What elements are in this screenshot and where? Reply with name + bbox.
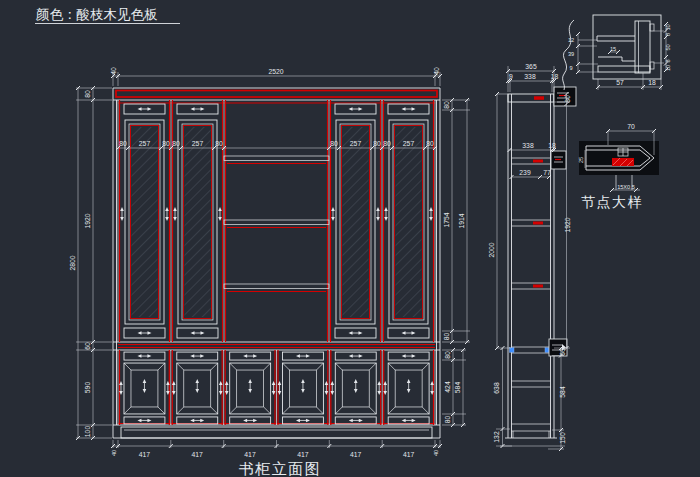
lower-door[interactable] [172, 352, 223, 424]
dim-top-total: 2520 [268, 68, 283, 75]
corner-dim: 15 [610, 46, 616, 52]
corner-dim: 10 [665, 24, 671, 30]
cad-drawing: 颜色：酸枝木见色板 [0, 0, 700, 477]
dim-right-lower-a: 80 [444, 351, 451, 359]
dim-left-seg: 100 [84, 426, 91, 438]
dim-left-total: 2800 [69, 255, 76, 270]
sec-dim: 2000 [488, 242, 495, 257]
detail-border [593, 15, 661, 79]
dim-door: 80 [330, 140, 338, 147]
lower-door[interactable] [383, 352, 434, 424]
sec-dim: 638 [493, 382, 500, 394]
elevation-label: 书柜立面图 [239, 460, 322, 477]
sec-dim: 150 [559, 432, 566, 444]
open-shelves[interactable] [224, 156, 329, 292]
corner-dim: 10 [665, 65, 671, 71]
section-dim-ticks [495, 69, 569, 451]
sec-dim: 80 [564, 95, 571, 103]
lower-door[interactable] [119, 352, 170, 424]
plinth [121, 427, 432, 438]
corner-dim: 12 [568, 37, 574, 43]
dim-door: 257 [403, 140, 415, 147]
dim-bottom-seg: 417 [350, 451, 362, 458]
sec-dim: 338 [522, 142, 534, 149]
dim-door: 80 [119, 140, 127, 147]
dim-bottom-left: 40 [111, 450, 117, 456]
selection-grip[interactable] [510, 348, 515, 353]
dim-door: 80 [426, 140, 434, 147]
corner-dim: 8 [665, 59, 671, 62]
corner-profile [597, 21, 654, 73]
section-view[interactable]: 365 9 338 18 338 18 239 77 2000 638 132 … [488, 63, 576, 452]
red-mark [533, 222, 543, 225]
detail-callout-box[interactable] [551, 151, 566, 169]
dim-bottom-right: 40 [433, 450, 439, 456]
node-dim: 70 [627, 123, 635, 130]
corner-dim: 57 [616, 79, 624, 86]
dim-bottom-seg: 417 [139, 451, 151, 458]
sec-dim: 584 [559, 386, 566, 398]
color-note-text: 颜色：酸枝木见色板 [36, 7, 158, 22]
dim-door: 80 [215, 140, 223, 147]
dim-door: 257 [192, 140, 204, 147]
section-plinth [513, 431, 549, 438]
dim-top-left: 40 [110, 67, 117, 75]
dim-left-seg: 60 [84, 342, 91, 350]
lower-dividers [118, 350, 435, 425]
red-mark [533, 285, 543, 288]
dim-bottom-seg: 417 [403, 451, 415, 458]
dim-left-seg: 590 [84, 382, 91, 394]
dim-right-lower-total: 584 [454, 382, 461, 394]
dim-right-upper-b: 1754 [443, 212, 450, 227]
section-shelves[interactable] [510, 158, 551, 431]
lower-door[interactable] [278, 352, 329, 424]
dim-door: 257 [350, 140, 362, 147]
dim-bottom-seg: 417 [192, 451, 204, 458]
dim-right-upper-c: 80 [443, 333, 450, 341]
node-dim: 25 [578, 157, 584, 163]
dim-door: 80 [383, 140, 391, 147]
node-dim: 15X0.5 [617, 184, 635, 190]
dim-left-seg: 1920 [84, 213, 91, 228]
elevation-view[interactable]: 2520 40 40 80 1920 60 590 100 2800 80 17… [69, 67, 470, 477]
sec-dim: 365 [525, 63, 537, 70]
cad-canvas[interactable]: 颜色：酸枝木见色板 [0, 0, 700, 477]
sec-dim: 9 [509, 73, 513, 80]
node-detail-label: 节点大样 [581, 194, 643, 210]
sec-dim: 239 [519, 169, 531, 176]
dim-right-upper-a: 80 [443, 101, 450, 109]
corner-dim: 50 [665, 44, 671, 50]
upper-red-dividers [120, 100, 434, 342]
page-title: 颜色：酸枝木见色板 [35, 7, 180, 24]
dim-right-lower-c: 80 [444, 416, 451, 424]
dim-left-seg: 80 [84, 90, 91, 98]
dim-right-lower-b: 424 [444, 381, 451, 393]
lower-door[interactable] [330, 352, 381, 424]
upper-dividers [118, 100, 435, 342]
sec-dim: 1920 [564, 217, 571, 232]
dim-bottom-seg: 417 [244, 451, 256, 458]
dim-door: 80 [162, 140, 170, 147]
red-mark [533, 160, 543, 163]
sec-dim: 60 [559, 348, 566, 356]
crown-red-band [116, 91, 437, 98]
red-mark [534, 96, 544, 100]
sec-dim: 18 [548, 142, 556, 149]
sec-dim: 77 [543, 169, 551, 176]
dim-door: 257 [139, 140, 151, 147]
section-top-band [508, 94, 554, 102]
corner-dim: 39 [568, 51, 574, 57]
dim-right-upper-total: 1914 [458, 213, 465, 228]
dim-door: 80 [373, 140, 381, 147]
sec-dim: 18 [551, 73, 559, 80]
lower-door[interactable] [225, 352, 276, 424]
corner-dim: 9 [569, 65, 572, 71]
dim-door: 80 [172, 140, 180, 147]
corner-dim: 18 [648, 79, 656, 86]
corner-detail[interactable]: 12 39 9 15 57 18 10 8 50 8 10 [568, 15, 671, 90]
dim-bottom-seg: 417 [297, 451, 309, 458]
sec-dim: 132 [493, 431, 500, 443]
dim-top-right: 40 [433, 67, 440, 75]
sec-dim: 338 [524, 73, 536, 80]
node-detail[interactable]: 70 25 15X0.5 节点大样 [578, 123, 659, 211]
